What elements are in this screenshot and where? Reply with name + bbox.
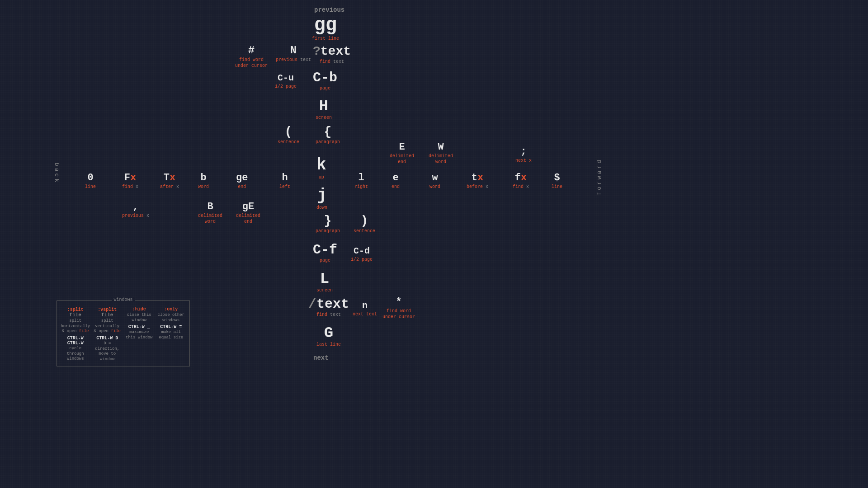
key-rparen: ) sentence <box>354 215 375 234</box>
key-H: H screen <box>316 99 332 121</box>
key-Fx: Fx find x <box>122 173 138 190</box>
forward-label: forward <box>596 158 603 196</box>
key-cd: C-d 1/2 page <box>351 247 373 263</box>
key-0: 0 line <box>85 173 96 190</box>
key-gg: gg first line <box>312 16 339 42</box>
key-b: b word <box>198 173 209 190</box>
win-col-vsplit: :vsplit file split vertically& open file… <box>93 307 123 362</box>
key-j: j down <box>316 188 327 211</box>
next-label: next <box>313 355 329 361</box>
key-h: h left <box>279 173 290 190</box>
key-G: G last line <box>316 325 341 347</box>
key-rbrace: } paragraph <box>316 215 340 234</box>
key-n: n next text <box>353 301 377 317</box>
windows-title: windows <box>111 297 135 302</box>
previous-label: previous <box>314 7 344 13</box>
key-lbrace: { paragraph <box>316 126 340 145</box>
key-cb: C-b page <box>313 71 337 91</box>
win-col-split: :split file split horizontally& open fil… <box>61 307 90 362</box>
key-e: e end <box>392 173 400 190</box>
key-tx: tx before x <box>467 173 488 190</box>
key-l: l right <box>354 173 368 190</box>
key-ge: ge end <box>236 173 248 190</box>
key-Tx: Tx after x <box>160 173 179 190</box>
key-k: k up <box>316 157 326 180</box>
windows-panel: windows :split file split horizontally& … <box>57 300 190 366</box>
key-W: W delimitedword <box>429 142 453 165</box>
key-comma: , previous x <box>122 202 149 219</box>
key-cu: C-u 1/2 page <box>275 74 297 89</box>
key-w: w word <box>429 173 440 190</box>
key-qtext: ?text find text <box>313 45 351 65</box>
key-semicolon: ; next x <box>515 147 532 164</box>
win-col-only: :only close otherwindows CTRL-W = make a… <box>156 307 186 362</box>
back-label: back <box>53 163 60 184</box>
key-cf: C-f page <box>313 243 337 263</box>
key-dollar: $ line <box>552 173 562 190</box>
key-E: E delimitedend <box>390 142 414 165</box>
key-gE: gE delimitedend <box>236 202 260 225</box>
key-N: N previous text <box>276 45 311 63</box>
win-col-hide: :hide close thiswindow CTRL-W _ maximize… <box>124 307 154 362</box>
key-L: L screen <box>316 271 333 293</box>
key-hash: # find wordunder cursor <box>235 45 268 69</box>
key-fx: fx find x <box>513 173 529 190</box>
key-lparen: ( sentence <box>278 126 299 145</box>
key-star: * find wordunder cursor <box>382 297 415 320</box>
key-B: B delimitedword <box>198 202 222 225</box>
key-slashtext: /text find text <box>308 297 349 318</box>
windows-grid: :split file split horizontally& open fil… <box>61 307 186 362</box>
